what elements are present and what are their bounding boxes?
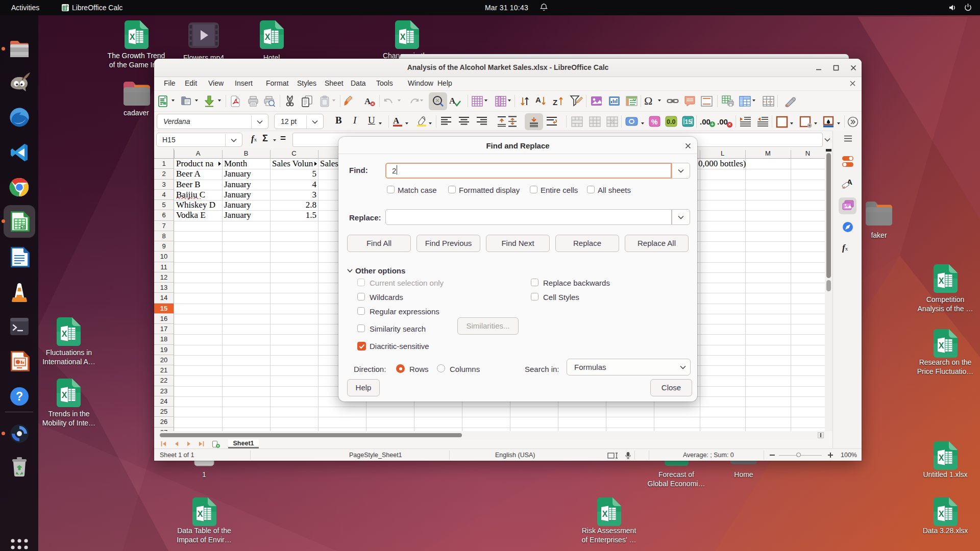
svg-text:15: 15 <box>685 118 692 126</box>
svg-text:X: X <box>602 510 608 518</box>
svg-text:X: X <box>939 341 944 350</box>
svg-text:X: X <box>130 33 135 41</box>
svg-text:X: X <box>939 510 944 518</box>
svg-text:A: A <box>535 95 541 104</box>
svg-text:X: X <box>939 454 944 462</box>
svg-text:A: A <box>393 116 400 126</box>
svg-text:A: A <box>449 96 456 106</box>
svg-text:%: % <box>651 118 658 126</box>
svg-text:X: X <box>939 277 944 285</box>
svg-text:X: X <box>400 33 406 41</box>
svg-text:0.0: 0.0 <box>667 118 675 126</box>
svg-text:X: X <box>265 33 271 41</box>
svg-text:X: X <box>198 510 203 518</box>
svg-text:Z: Z <box>553 98 557 107</box>
svg-text:X: X <box>62 391 67 399</box>
svg-text:?: ? <box>16 390 23 403</box>
svg-text:A: A <box>364 96 371 106</box>
svg-text:X: X <box>62 330 67 338</box>
